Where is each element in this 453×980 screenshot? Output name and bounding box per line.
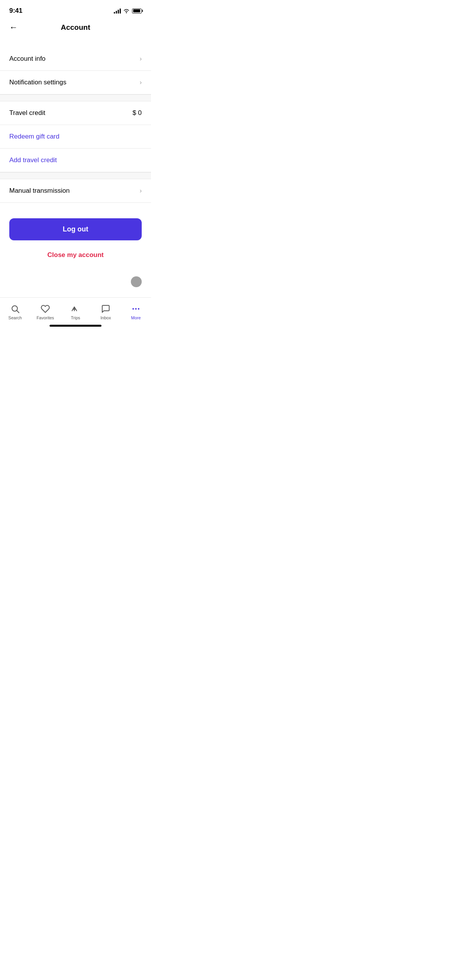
- account-info-item[interactable]: Account info ›: [0, 47, 151, 71]
- nav-inbox[interactable]: Inbox: [91, 302, 121, 322]
- nav-favorites-label: Favorites: [36, 315, 54, 320]
- back-button[interactable]: ←: [8, 21, 19, 34]
- wifi-icon: [123, 9, 130, 14]
- manual-transmission-label: Manual transmission: [9, 187, 70, 195]
- signal-icon: [114, 8, 121, 14]
- close-account-button[interactable]: Close my account: [9, 248, 142, 262]
- scroll-hint-dot: [131, 276, 142, 287]
- section-divider-1: [0, 94, 151, 101]
- chevron-right-icon: ›: [140, 187, 142, 194]
- battery-icon: [132, 9, 142, 14]
- logout-button[interactable]: Log out: [9, 218, 142, 240]
- svg-point-7: [138, 308, 139, 310]
- status-bar: 9:41: [0, 0, 151, 19]
- notification-settings-item[interactable]: Notification settings ›: [0, 71, 151, 94]
- nav-trips[interactable]: Trips: [60, 302, 91, 322]
- heart-icon: [40, 304, 50, 314]
- svg-line-2: [17, 311, 19, 313]
- svg-point-0: [126, 12, 127, 13]
- nav-more[interactable]: More: [121, 302, 151, 322]
- status-time: 9:41: [9, 7, 22, 15]
- actions-area: Log out Close my account: [0, 203, 151, 270]
- redeem-gift-card-item[interactable]: Redeem gift card: [0, 125, 151, 149]
- manual-transmission-item[interactable]: Manual transmission ›: [0, 179, 151, 203]
- redeem-gift-card-label: Redeem gift card: [9, 133, 59, 140]
- add-travel-credit-label: Add travel credit: [9, 156, 57, 164]
- nav-search[interactable]: Search: [0, 302, 30, 322]
- nav-more-label: More: [131, 315, 141, 320]
- chevron-right-icon: ›: [140, 55, 142, 62]
- nav-inbox-label: Inbox: [101, 315, 111, 320]
- home-indicator-area: [0, 284, 151, 297]
- inbox-icon: [101, 304, 111, 314]
- nav-search-label: Search: [9, 315, 22, 320]
- bottom-nav-container: Search Favorites Trips: [0, 297, 151, 327]
- bottom-nav: Search Favorites Trips: [0, 297, 151, 322]
- back-arrow-icon: ←: [9, 22, 18, 33]
- content-spacer: [0, 270, 151, 284]
- travel-credit-label: Travel credit: [9, 109, 45, 117]
- travel-credit-value: $ 0: [132, 109, 142, 117]
- spacer-top: [0, 39, 151, 47]
- svg-point-5: [132, 308, 134, 310]
- status-icons: [114, 8, 142, 14]
- home-bar: [50, 325, 101, 327]
- more-icon: [131, 304, 141, 314]
- chevron-right-icon: ›: [140, 79, 142, 86]
- svg-point-6: [135, 308, 137, 310]
- account-info-label: Account info: [9, 55, 46, 63]
- notification-settings-label: Notification settings: [9, 79, 66, 86]
- page-title: Account: [61, 23, 90, 32]
- nav-trips-label: Trips: [71, 315, 80, 320]
- trips-icon: [70, 304, 81, 314]
- header: ← Account: [0, 19, 151, 39]
- search-icon: [10, 304, 20, 314]
- nav-favorites[interactable]: Favorites: [30, 302, 60, 322]
- section-divider-2: [0, 172, 151, 179]
- add-travel-credit-item[interactable]: Add travel credit: [0, 149, 151, 172]
- travel-credit-item: Travel credit $ 0: [0, 101, 151, 125]
